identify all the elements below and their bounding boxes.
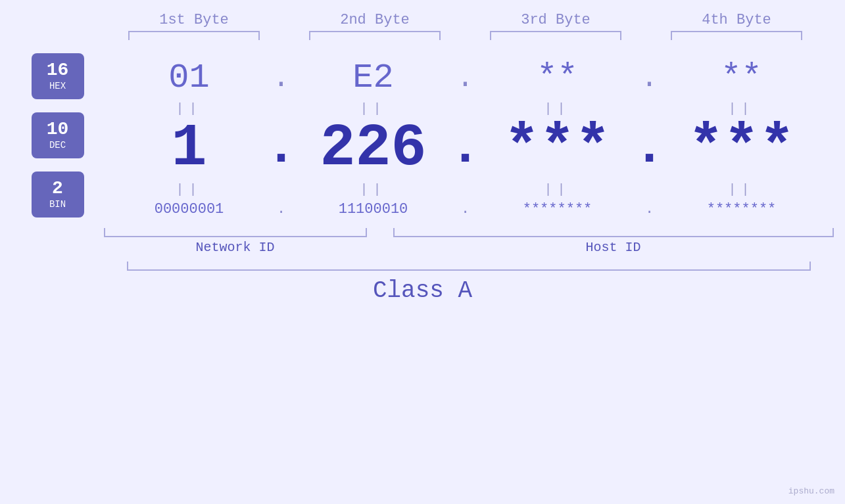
eq-2-2: || (301, 182, 446, 197)
hex-byte-1: 01 (117, 58, 262, 97)
bin-number: 2 (52, 179, 63, 198)
eq-1-4: || (669, 101, 814, 116)
hex-byte-3: ** (485, 58, 630, 97)
eq-1-1: || (117, 101, 262, 116)
data-area: 01 . E2 . ** . ** || || || || 1 . (101, 47, 831, 224)
bin-base: BIN (49, 199, 66, 210)
watermark: ipshu.com (788, 486, 834, 496)
bin-byte-2: 11100010 (301, 201, 446, 218)
network-id-label: Network ID (104, 240, 367, 255)
bin-byte-1: 00000001 (117, 201, 262, 218)
bracket-1 (128, 31, 260, 40)
host-bracket (393, 228, 834, 237)
dec-byte-4: *** (669, 119, 814, 178)
main-grid: 16 HEX 10 DEC 2 BIN 01 . E2 . ** . ** (15, 47, 831, 224)
eq-2-4: || (669, 182, 814, 197)
byte-header-2: 2nd Byte (302, 12, 447, 28)
dec-byte-2: 226 (301, 119, 446, 178)
byte-header-1: 1st Byte (122, 12, 266, 28)
dec-number: 10 (47, 120, 69, 139)
hex-dot-2: . (446, 62, 485, 95)
eq-2-3: || (485, 182, 630, 197)
equals-row-2: || || || || (101, 182, 831, 197)
bracket-2 (309, 31, 441, 40)
dec-byte-1: 1 (117, 119, 262, 178)
dec-dot-1: . (262, 122, 301, 178)
hex-data-row: 01 . E2 . ** . ** (101, 58, 831, 97)
bin-byte-3: ******** (485, 201, 630, 218)
hex-base: HEX (49, 81, 66, 91)
bottom-bracket-area (104, 228, 834, 237)
bin-dot-1: . (262, 201, 301, 218)
bin-byte-4: ******** (669, 201, 814, 218)
bin-dot-2: . (446, 201, 485, 218)
hex-dot-1: . (262, 62, 301, 95)
byte-header-4: 4th Byte (664, 12, 809, 28)
bin-data-row: 00000001 . 11100010 . ******** . *******… (101, 201, 831, 218)
dec-byte-3: *** (485, 119, 630, 178)
segment-labels-row: Network ID Host ID (104, 240, 834, 255)
dec-badge: 10 DEC (32, 112, 84, 158)
labels-column: 16 HEX 10 DEC 2 BIN (15, 47, 101, 224)
hex-number: 16 (47, 61, 69, 80)
bracket-4 (671, 31, 802, 40)
eq-2-1: || (117, 182, 262, 197)
hex-dot-3: . (630, 62, 669, 95)
dec-base: DEC (49, 140, 66, 150)
network-bracket (104, 228, 367, 237)
eq-1-3: || (485, 101, 630, 116)
big-bottom-bracket (127, 262, 811, 271)
bin-dot-3: . (630, 201, 669, 218)
hex-byte-4: ** (669, 58, 814, 97)
byte-headers-row: 1st Byte 2nd Byte 3rd Byte 4th Byte (104, 12, 827, 28)
host-id-label: Host ID (393, 240, 834, 255)
bin-badge: 2 BIN (32, 172, 84, 218)
main-container: 1st Byte 2nd Byte 3rd Byte 4th Byte 16 H… (0, 0, 845, 504)
dec-dot-2: . (446, 122, 485, 178)
top-brackets (104, 31, 827, 40)
hex-byte-2: E2 (301, 58, 446, 97)
bracket-3 (490, 31, 621, 40)
dec-dot-3: . (630, 122, 669, 178)
dec-data-row: 1 . 226 . *** . *** (101, 119, 831, 178)
equals-row-1: || || || || (101, 101, 831, 116)
eq-1-2: || (301, 101, 446, 116)
hex-badge: 16 HEX (32, 53, 84, 99)
class-label: Class A (0, 277, 845, 304)
byte-header-3: 3rd Byte (483, 12, 628, 28)
